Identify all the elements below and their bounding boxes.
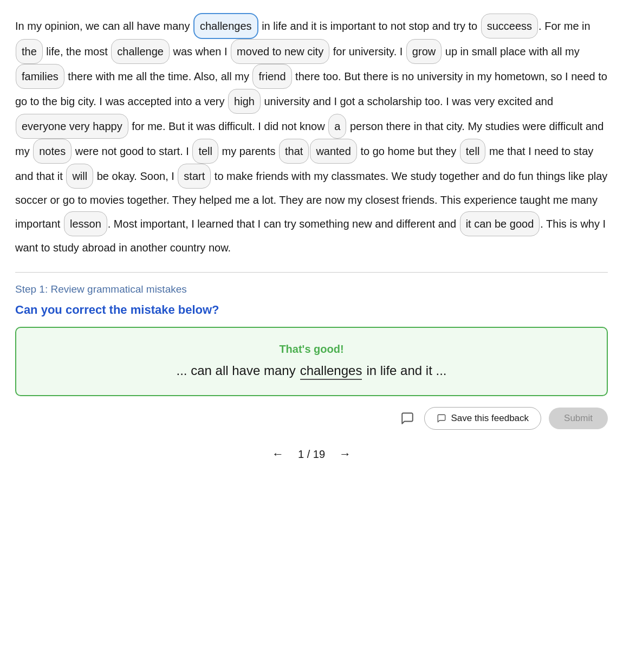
essay-word-tag[interactable]: will — [66, 164, 93, 189]
essay-container: In my opinion, we can all have many chal… — [15, 13, 608, 259]
essay-text-segment: life, the most — [43, 46, 111, 57]
feedback-icon-button[interactable] — [398, 409, 417, 428]
essay-text-segment: . Most important, I learned that I can t… — [108, 218, 459, 230]
prev-page-button[interactable]: ← — [268, 445, 288, 463]
next-page-button[interactable]: → — [335, 445, 355, 463]
save-feedback-button[interactable]: Save this feedback — [424, 407, 541, 430]
question-label: Can you correct the mistake below? — [15, 303, 608, 317]
correction-word: challenges — [300, 363, 362, 380]
save-icon — [437, 413, 446, 423]
submit-label: Submit — [564, 413, 593, 423]
essay-word-tag[interactable]: wanted — [310, 139, 357, 164]
essay-text-segment: for university. I — [330, 46, 406, 57]
essay-text-segment: university and I got a scholarship too. … — [261, 95, 553, 107]
essay-text-segment: for me. But it was difficult. I did not … — [129, 120, 328, 132]
correction-after: in life and it ... — [366, 363, 446, 378]
essay-text-segment: there with me all the time. Also, all my — [65, 70, 252, 82]
essay-text-segment: were not good to start. I — [72, 145, 192, 157]
essay-word-tag[interactable]: start — [178, 164, 211, 189]
essay-word-tag[interactable]: the — [16, 39, 43, 64]
correction-sentence: ... can all have many challenges in life… — [34, 363, 589, 380]
correction-before: ... can all have many — [177, 363, 296, 378]
essay-word-tag[interactable]: tell — [192, 139, 218, 164]
save-label: Save this feedback — [451, 413, 529, 424]
essay-word-tag[interactable]: families — [16, 64, 64, 89]
essay-text-segment: be okay. Soon, I — [94, 170, 177, 182]
essay-text-segment: my parents — [219, 145, 278, 157]
essay-word-tag[interactable]: challenges — [193, 13, 258, 39]
essay-word-tag[interactable]: high — [228, 89, 261, 114]
essay-text-segment: . For me in — [538, 20, 590, 32]
essay-word-tag[interactable]: challenge — [111, 39, 170, 64]
essay-word-tag[interactable]: everyone very happy — [16, 114, 128, 139]
correction-box: That's good! ... can all have many chall… — [15, 327, 608, 396]
essay-word-tag[interactable]: moved to new city — [231, 39, 329, 64]
essay-word-tag[interactable]: a — [328, 114, 346, 139]
step-label: Step 1: Review grammatical mistakes — [15, 283, 608, 295]
correction-good-text: That's good! — [34, 343, 589, 356]
essay-word-tag[interactable]: that — [279, 139, 309, 164]
pagination-row: ← 1 / 19 → — [15, 445, 608, 463]
essay-text-segment: to go home but they — [358, 145, 459, 157]
submit-button[interactable]: Submit — [549, 408, 608, 429]
essay-word-tag[interactable]: notes — [33, 139, 72, 164]
page-info: 1 / 19 — [298, 448, 325, 461]
essay-word-tag[interactable]: grow — [406, 39, 442, 64]
essay-word-tag[interactable]: friend — [252, 64, 291, 89]
essay-word-tag[interactable]: tell — [460, 139, 486, 164]
essay-text-segment: was when I — [170, 46, 230, 57]
action-row: Save this feedback Submit — [15, 407, 608, 430]
essay-text-segment: In my opinion, we can all have many — [15, 20, 193, 32]
essay-text-segment: in life and it is important to not stop … — [259, 20, 481, 32]
section-divider — [15, 272, 608, 273]
essay-word-tag[interactable]: it can be good — [460, 211, 540, 236]
essay-word-tag[interactable]: lesson — [64, 211, 107, 236]
essay-text-segment: up in small place with all my — [442, 46, 579, 57]
essay-word-tag[interactable]: succeess — [481, 14, 538, 38]
